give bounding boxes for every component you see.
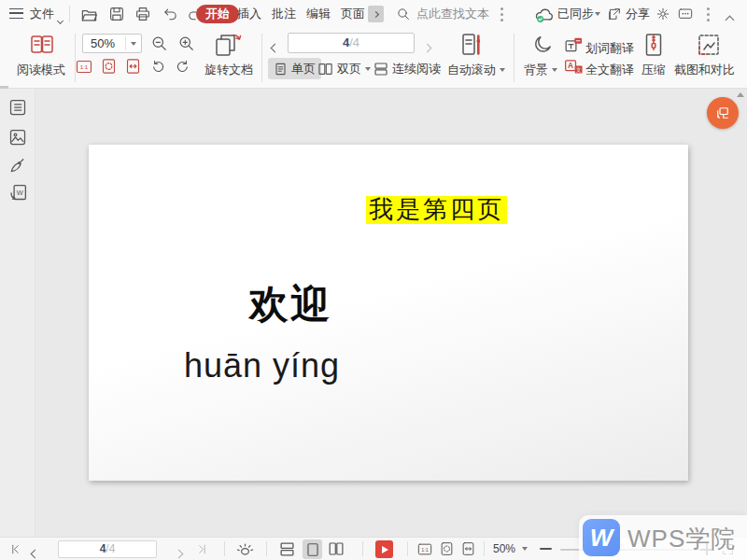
- scroll-up-icon[interactable]: [737, 92, 744, 97]
- svg-text:W: W: [17, 189, 23, 197]
- undo-icon[interactable]: [162, 7, 178, 22]
- collapse-ribbon-icon[interactable]: [726, 12, 733, 26]
- next-page-icon[interactable]: [424, 40, 430, 54]
- status-zoom-dropdown-icon[interactable]: [522, 547, 528, 551]
- read-mode-icon[interactable]: [30, 34, 54, 56]
- word-translate-icon[interactable]: [564, 36, 583, 54]
- screenshot-compare-icon[interactable]: [697, 33, 721, 57]
- first-page-icon[interactable]: [9, 543, 21, 555]
- search-input[interactable]: 点此查找文本: [416, 0, 489, 28]
- title-bar: 文件 开始 插入 批注 编辑 页面 点此查找文本 已同步 分享: [0, 0, 747, 28]
- status-zoom-value[interactable]: 50%: [493, 538, 515, 560]
- share-button[interactable]: 分享: [626, 0, 650, 28]
- divider: [261, 34, 262, 82]
- status-continuous-icon[interactable]: [279, 541, 295, 557]
- annotation-pen-icon[interactable]: [8, 156, 27, 175]
- status-actual-size-icon[interactable]: 1:1: [417, 542, 432, 556]
- cloud-sync-icon[interactable]: [534, 6, 554, 23]
- highlighted-text: 我是第四页: [366, 196, 507, 224]
- status-single-page-icon[interactable]: [303, 539, 322, 559]
- divider: [75, 34, 76, 82]
- settings-gear-icon[interactable]: [655, 7, 670, 21]
- ribbon-toolbar: 阅读模式 50% 1:1 旋转文档 4/4 单页 双页 连续阅读 自动滚动: [0, 28, 747, 89]
- background-button[interactable]: 背景: [524, 62, 557, 78]
- actual-size-icon[interactable]: 1:1: [76, 59, 92, 75]
- single-page-view-button[interactable]: 单页: [268, 58, 321, 79]
- pdf-to-word-icon[interactable]: W: [8, 183, 28, 203]
- fit-width-icon[interactable]: [125, 58, 141, 75]
- zoom-select[interactable]: 50%: [82, 34, 142, 53]
- print-icon[interactable]: [134, 6, 151, 22]
- svg-text:A: A: [568, 61, 573, 70]
- feedback-comment-icon[interactable]: [678, 7, 693, 21]
- status-page-input[interactable]: 4/4: [58, 540, 157, 558]
- pdf-page: 我是第四页 欢迎 huān yíng: [89, 145, 688, 481]
- sync-status[interactable]: 已同步: [557, 0, 594, 28]
- tab-comment[interactable]: 批注: [272, 0, 296, 28]
- divider: [362, 541, 363, 556]
- more-options-icon[interactable]: [707, 13, 710, 16]
- zoom-minus-button[interactable]: [540, 548, 552, 550]
- background-label: 背景: [524, 62, 548, 78]
- auto-scroll-icon[interactable]: [460, 32, 481, 58]
- file-menu-chevron-icon: [58, 12, 63, 26]
- share-icon[interactable]: [607, 7, 622, 21]
- tab-insert[interactable]: 插入: [237, 0, 261, 28]
- compress-button[interactable]: 压缩: [641, 62, 666, 78]
- play-slideshow-button[interactable]: [375, 540, 393, 558]
- main-menu-icon[interactable]: [9, 8, 23, 19]
- auto-scroll-button[interactable]: 自动滚动: [447, 62, 505, 78]
- convert-fab-button[interactable]: [707, 97, 739, 129]
- rotate-document-button[interactable]: 旋转文档: [204, 62, 253, 78]
- single-page-label: 单页: [291, 61, 316, 77]
- zoom-value: 50%: [91, 36, 115, 50]
- last-page-icon[interactable]: [196, 543, 208, 555]
- svg-text:1:1: 1:1: [80, 64, 89, 70]
- open-file-icon[interactable]: [80, 6, 98, 23]
- rotate-document-icon[interactable]: [213, 32, 243, 58]
- fit-page-icon[interactable]: [101, 58, 117, 75]
- tab-home[interactable]: 开始: [196, 5, 239, 23]
- next-page-status-icon[interactable]: [176, 546, 182, 560]
- eye-protect-icon[interactable]: [236, 541, 254, 557]
- background-moon-icon[interactable]: [532, 34, 554, 55]
- word-translate-button[interactable]: 划词翻译: [585, 40, 634, 57]
- outline-panel-icon[interactable]: [8, 98, 27, 117]
- file-menu[interactable]: 文件: [30, 0, 54, 28]
- rotate-right-icon[interactable]: [175, 59, 190, 75]
- compress-icon[interactable]: [644, 33, 663, 57]
- tab-edit[interactable]: 编辑: [306, 0, 331, 28]
- zoom-out-icon[interactable]: [150, 35, 168, 52]
- double-page-view-button[interactable]: 双页: [317, 58, 371, 79]
- read-mode-button[interactable]: 阅读模式: [17, 62, 65, 78]
- sync-dropdown-icon[interactable]: [595, 12, 600, 16]
- save-icon[interactable]: [108, 6, 125, 22]
- rotate-left-icon[interactable]: [150, 59, 166, 75]
- full-translate-button[interactable]: 全文翻译: [585, 62, 634, 78]
- left-sidebar: W: [0, 89, 35, 537]
- status-fit-width-icon[interactable]: [461, 541, 475, 556]
- document-viewport[interactable]: 我是第四页 欢迎 huān yíng: [35, 89, 747, 537]
- continuous-read-button[interactable]: 连续阅读: [374, 58, 441, 79]
- thumbnail-panel-icon[interactable]: [8, 128, 27, 147]
- search-more-icon[interactable]: [500, 13, 503, 16]
- page-title: 欢迎: [249, 278, 331, 330]
- divider: [266, 541, 267, 556]
- search-icon[interactable]: [396, 7, 411, 21]
- divider: [407, 541, 408, 556]
- more-tabs-button[interactable]: [368, 6, 384, 22]
- tab-page[interactable]: 页面: [341, 0, 365, 28]
- status-fit-page-icon[interactable]: [440, 541, 454, 556]
- page-number-input[interactable]: 4/4: [288, 33, 415, 53]
- status-double-page-icon[interactable]: [328, 541, 345, 556]
- prev-page-icon[interactable]: [272, 40, 278, 54]
- screenshot-compare-button[interactable]: 截图和对比: [674, 62, 735, 78]
- divider: [69, 6, 70, 22]
- prev-page-status-icon[interactable]: [32, 546, 38, 560]
- total-pages: /4: [349, 35, 359, 49]
- full-translate-icon[interactable]: A文: [564, 57, 583, 76]
- zoom-in-icon[interactable]: [177, 35, 195, 52]
- wps-academy-watermark: W WPS学院: [579, 515, 747, 560]
- double-page-label: 双页: [337, 61, 361, 77]
- svg-text:文: 文: [576, 67, 582, 73]
